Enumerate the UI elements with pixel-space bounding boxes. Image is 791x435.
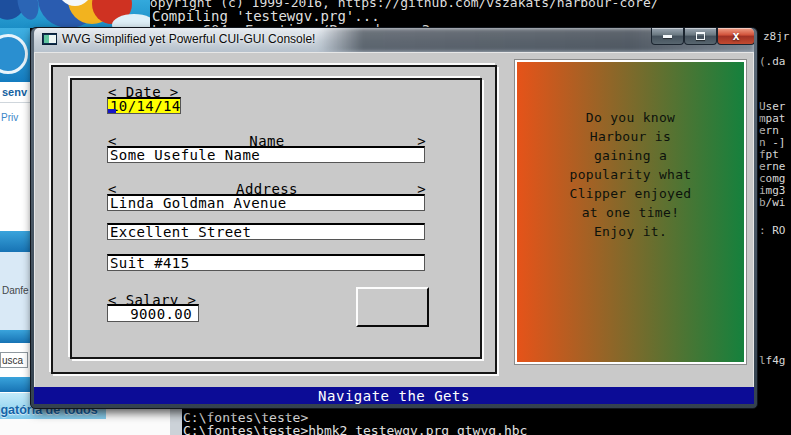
- info-line: popularity what: [517, 165, 744, 184]
- app-window: WVG Simplified yet Powerful CUI-GUI Cons…: [30, 27, 758, 409]
- window-edge-strip: [170, 407, 182, 435]
- info-line: Clipper enjoyed: [517, 184, 744, 203]
- close-button[interactable]: x: [717, 28, 754, 45]
- window-title: WVG Simplified yet Powerful CUI-GUI Cons…: [62, 32, 315, 46]
- address-input-3[interactable]: Suit #415: [107, 254, 425, 271]
- app-icon: [42, 33, 57, 45]
- blank-button[interactable]: [356, 287, 429, 327]
- client-area: < Date > 10/14/14 < Name > Some Usefule …: [34, 52, 754, 403]
- terminal-fragment: : RO: [759, 224, 786, 237]
- minimize-button[interactable]: [651, 28, 684, 45]
- info-line: at one time!: [517, 203, 744, 222]
- divider: [0, 102, 30, 103]
- info-line: gaining a: [517, 146, 744, 165]
- webpage-search-input[interactable]: usca: [0, 352, 28, 368]
- status-bar-text: Navigate the Gets: [318, 388, 470, 404]
- caption-buttons: x: [651, 28, 754, 45]
- webpage-blue-bar: [0, 377, 30, 392]
- info-line: Enjoy it.: [517, 222, 744, 241]
- webpage-blue-bar: [0, 330, 30, 343]
- info-line: Do you know: [517, 108, 744, 127]
- address-input-1[interactable]: Linda Goldman Avenue: [107, 194, 425, 211]
- terminal-fragment: z8jr: [763, 30, 790, 43]
- webpage-logo-icon: [0, 34, 28, 74]
- background-webpage: senv Priv Danfe usca: [0, 28, 30, 408]
- webpage-blue-bar: [0, 231, 30, 252]
- webpage-label: Danfe: [2, 285, 29, 296]
- titlebar[interactable]: WVG Simplified yet Powerful CUI-GUI Cons…: [34, 28, 754, 52]
- text-cursor: [108, 109, 116, 113]
- close-icon: x: [733, 29, 740, 43]
- address-input-2[interactable]: Excellent Street: [107, 223, 425, 240]
- info-panel-text: Do you know Harbour is gaining a popular…: [517, 108, 744, 241]
- background-terminal-top: Copyright (c) 1999-2016, https://github.…: [130, 0, 791, 28]
- maximize-button[interactable]: [684, 28, 717, 45]
- webpage-link: Priv: [1, 112, 18, 123]
- salary-input[interactable]: 9000.00: [107, 304, 199, 322]
- webpage-header: [0, 28, 30, 82]
- webpage-link: senv: [2, 86, 27, 98]
- date-input[interactable]: 10/14/14: [107, 97, 181, 114]
- status-bar: Navigate the Gets: [34, 387, 754, 404]
- screen: Copyright (c) 1999-2016, https://github.…: [0, 0, 791, 435]
- terminal-fragment: lf4g: [759, 354, 786, 367]
- info-line: Harbour is: [517, 127, 744, 146]
- minimize-icon: [663, 35, 672, 38]
- info-panel: Do you know Harbour is gaining a popular…: [515, 60, 746, 364]
- maximize-icon: [696, 32, 705, 40]
- terminal-fragment: b/wi: [759, 196, 786, 209]
- terminal-fragment: (.da: [759, 55, 786, 68]
- name-input[interactable]: Some Usefule Name: [107, 146, 425, 163]
- terminal-command: C:\fontes\teste>hbmk2 testewgv.prg gtwvg…: [183, 423, 527, 435]
- desktop-logo: [0, 0, 150, 28]
